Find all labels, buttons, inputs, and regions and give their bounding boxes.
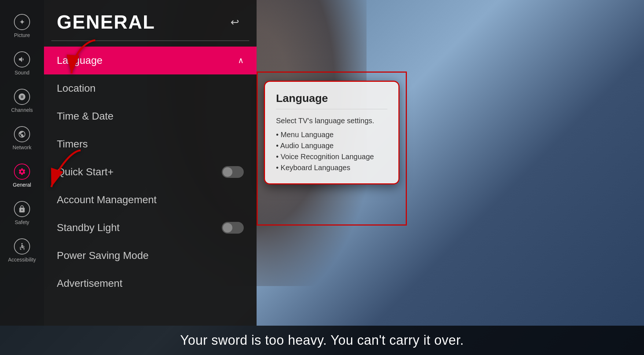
sidebar-label-network: Network	[12, 144, 31, 150]
subtitle-text: Your sword is too heavy. You can't carry…	[180, 333, 464, 348]
settings-panel: GENERAL ↩ Language ∧ Location Time & Dat…	[44, 0, 257, 326]
info-box-description: Select TV's language settings.	[276, 117, 374, 125]
info-box-item-2: Audio Language	[276, 140, 387, 151]
settings-list: Language ∧ Location Time & Date Timers Q…	[44, 47, 257, 326]
sound-icon	[14, 51, 30, 67]
menu-label-account-management: Account Management	[57, 194, 244, 206]
sidebar-item-general[interactable]: General	[0, 157, 44, 194]
info-box: Language Select TV's language settings. …	[264, 81, 400, 184]
menu-label-time-date: Time & Date	[57, 110, 244, 122]
sidebar-item-accessibility[interactable]: Accessibility	[0, 232, 44, 269]
menu-item-language[interactable]: Language ∧	[44, 47, 257, 74]
back-button[interactable]: ↩	[225, 13, 244, 31]
sidebar-item-picture[interactable]: ✦ Picture	[0, 7, 44, 45]
settings-header: GENERAL ↩	[44, 0, 257, 40]
sidebar-label-safety: Safety	[15, 219, 29, 225]
sidebar-label-sound: Sound	[15, 70, 29, 76]
header-divider	[51, 40, 249, 41]
info-box-item-3: Voice Recognition Language	[276, 151, 387, 162]
menu-label-language: Language	[57, 55, 238, 66]
sidebar-item-sound[interactable]: Sound	[0, 45, 44, 82]
menu-item-standby-light[interactable]: Standby Light	[44, 214, 257, 242]
safety-icon	[14, 201, 30, 217]
picture-icon: ✦	[14, 14, 30, 30]
info-box-body: Select TV's language settings. Menu Lang…	[276, 115, 387, 173]
info-box-item-4: Keyboard Languages	[276, 162, 387, 173]
menu-item-advertisement[interactable]: Advertisement	[44, 270, 257, 297]
sidebar-label-general: General	[13, 182, 31, 188]
subtitle-bar: Your sword is too heavy. You can't carry…	[0, 326, 644, 355]
svg-point-0	[21, 243, 23, 245]
sidebar-item-network[interactable]: Network	[0, 120, 44, 157]
general-icon	[14, 164, 30, 180]
info-box-title: Language	[276, 92, 387, 109]
page-title: GENERAL	[57, 11, 155, 33]
menu-label-standby-light: Standby Light	[57, 222, 222, 234]
network-icon	[14, 126, 30, 142]
menu-item-power-saving[interactable]: Power Saving Mode	[44, 242, 257, 270]
menu-item-time-date[interactable]: Time & Date	[44, 102, 257, 130]
menu-item-timers[interactable]: Timers	[44, 130, 257, 158]
chevron-up-icon: ∧	[238, 56, 244, 65]
back-icon: ↩	[231, 16, 239, 28]
menu-item-account-management[interactable]: Account Management	[44, 186, 257, 214]
menu-label-quick-start: Quick Start+	[57, 166, 222, 178]
sidebar: ✦ Picture Sound Channels Network	[0, 0, 44, 326]
standby-light-toggle[interactable]	[222, 222, 244, 234]
menu-label-advertisement: Advertisement	[57, 278, 244, 289]
sidebar-label-picture: Picture	[14, 32, 30, 38]
menu-label-location: Location	[57, 83, 244, 94]
info-box-list: Menu Language Audio Language Voice Recog…	[276, 129, 387, 173]
sidebar-label-accessibility: Accessibility	[8, 257, 36, 263]
menu-item-quick-start[interactable]: Quick Start+	[44, 158, 257, 186]
channels-icon	[14, 89, 30, 105]
menu-label-power-saving: Power Saving Mode	[57, 250, 244, 261]
quick-start-toggle[interactable]	[222, 166, 244, 178]
menu-label-timers: Timers	[57, 138, 244, 150]
sidebar-label-channels: Channels	[11, 107, 33, 113]
sidebar-item-channels[interactable]: Channels	[0, 82, 44, 120]
sidebar-item-safety[interactable]: Safety	[0, 194, 44, 232]
accessibility-icon	[14, 238, 30, 255]
menu-item-location[interactable]: Location	[44, 74, 257, 102]
info-box-item-1: Menu Language	[276, 129, 387, 140]
